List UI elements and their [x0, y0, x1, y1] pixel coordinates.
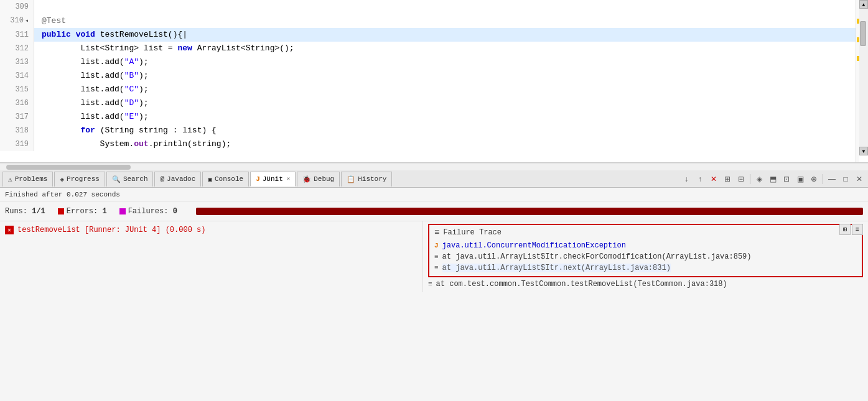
error-icon [58, 208, 64, 214]
code-line-310: 310◂ @Test [0, 14, 868, 28]
console-icon: ▣ [208, 175, 212, 183]
code-line-314: 314 list.add("B"); [0, 69, 868, 83]
line-number-315: 315 [0, 83, 34, 96]
scroll-up-btn[interactable]: ▲ [859, 0, 868, 9]
scroll-down-btn[interactable]: ▼ [859, 147, 868, 155]
minimize-btn[interactable]: — [826, 173, 838, 185]
junit-close-icon[interactable]: ✕ [287, 175, 290, 182]
errors-stat: Errors: 1 [58, 207, 119, 216]
out-keyword: out [134, 139, 148, 149]
history-icon: 📋 [347, 175, 355, 183]
code-line-319: 319 System.out.println(string); [0, 137, 868, 151]
close-panel-btn[interactable]: ✕ [853, 173, 866, 185]
horizontal-scroll-thumb[interactable] [6, 165, 131, 170]
line-content-318: for (String string : list) { [34, 124, 217, 137]
trace-lines: J java.util.ConcurrentModificationExcept… [434, 240, 857, 274]
line-content-314: list.add("B"); [34, 69, 149, 83]
gutter-bar-1 [857, 19, 859, 24]
line-number-314: 314 [0, 69, 34, 83]
right-gutter-indicator [856, 0, 859, 163]
line-number-310: 310◂ [0, 14, 34, 28]
trace-line-1[interactable]: ≡ at java.util.ArrayList$Itr.checkForCom… [434, 251, 857, 262]
tab-junit-label: JUnit [263, 175, 283, 183]
failures-stat: Failures: 0 [119, 207, 190, 216]
link-btn[interactable]: ⬒ [767, 173, 779, 185]
scroll-prev-btn[interactable]: ↑ [694, 173, 706, 185]
trace-line-outside[interactable]: ≡ at com.test.common.TestCommon.testRemo… [423, 279, 868, 290]
code-horizontal-scrollbar[interactable] [0, 163, 868, 170]
sync-btn[interactable]: ◈ [753, 173, 765, 185]
layout-grid-btn[interactable]: ⊞ [721, 173, 734, 185]
results-content: ✕ testRemoveList [Runner: JUnit 4] (0.00… [0, 221, 868, 292]
trace-icon-outside: ≡ [428, 280, 432, 288]
trace-text-2: at java.util.ArrayList$Itr.next(ArrayLis… [442, 264, 671, 272]
javadoc-icon: @ [160, 175, 164, 183]
string-d: "D" [124, 98, 139, 108]
scroll-next-btn[interactable]: ↓ [680, 173, 693, 185]
failure-trace-box: ≡ Failure Trace J java.util.ConcurrentMo… [428, 224, 863, 277]
tab-search[interactable]: 🔍 Search [106, 172, 154, 187]
line-number-312: 312 [0, 42, 34, 55]
open-btn[interactable]: ▣ [794, 173, 806, 185]
code-editor: 309 310◂ @Test 311 public void testRemov… [0, 0, 868, 163]
scroll-thumb[interactable] [860, 21, 866, 46]
code-line-316: 316 list.add("D"); [0, 96, 868, 110]
refresh-btn[interactable]: ⊕ [808, 173, 820, 185]
tab-search-label: Search [123, 175, 148, 183]
string-a: "A" [124, 57, 139, 67]
tab-progress[interactable]: ◈ Progress [54, 172, 105, 187]
test-item-label: testRemoveList [Runner: JUnit 4] (0.000 … [17, 226, 205, 234]
exception-icon: J [434, 242, 439, 249]
test-progress-bar [196, 208, 863, 215]
breakpoint-arrow-icon: ◂ [25, 17, 29, 24]
runs-stat: Runs: 1/1 [5, 207, 58, 216]
runs-value: 1/1 [32, 207, 45, 216]
status-message: Finished after 0.027 seconds [5, 191, 120, 198]
view-btn[interactable]: ⊡ [780, 173, 793, 185]
runs-label: Runs: [5, 207, 27, 216]
code-line-309: 309 [0, 0, 868, 14]
trace-icon-2: ≡ [434, 264, 439, 272]
tab-debug[interactable]: 🐞 Debug [297, 172, 340, 187]
test-fail-icon: ✕ [5, 226, 14, 234]
line-number-319: 319 [0, 137, 34, 151]
status-bar: Finished after 0.027 seconds [0, 188, 868, 201]
code-right-scrollbar[interactable]: ▲ ▼ [859, 0, 868, 155]
tab-problems-label: Problems [15, 175, 48, 183]
trace-line-exception[interactable]: J java.util.ConcurrentModificationExcept… [434, 240, 857, 251]
pin-btn[interactable]: ✕ [707, 173, 720, 185]
line-content-315: list.add("C"); [34, 83, 149, 96]
trace-line-2[interactable]: ≡ at java.util.ArrayList$Itr.next(ArrayL… [434, 262, 857, 274]
tab-junit[interactable]: J JUnit ✕ [250, 172, 296, 187]
tab-javadoc[interactable]: @ Javadoc [154, 172, 201, 187]
code-line-317: 317 list.add("E"); [0, 110, 868, 124]
corner-buttons: ⊞ ≡ [839, 224, 863, 235]
failure-trace-title: Failure Trace [443, 228, 502, 237]
tab-history-label: History [358, 175, 386, 183]
corner-btn-2[interactable]: ≡ [852, 224, 863, 235]
line-content-317: list.add("E"); [34, 110, 149, 124]
string-c: "C" [124, 85, 139, 94]
maximize-btn[interactable]: □ [839, 173, 852, 185]
kw-new: new [177, 44, 192, 53]
failure-trace-panel: ⊞ ≡ ≡ Failure Trace J java.util.Concurre… [423, 221, 868, 292]
scroll-track[interactable] [859, 9, 868, 147]
tabs-bar: ⚠ Problems ◈ Progress 🔍 Search @ Javadoc… [0, 170, 868, 188]
tab-debug-label: Debug [314, 175, 334, 183]
tab-problems[interactable]: ⚠ Problems [2, 172, 53, 187]
failure-icon [119, 208, 126, 214]
test-item[interactable]: ✕ testRemoveList [Runner: JUnit 4] (0.00… [0, 224, 422, 236]
results-stats: Runs: 1/1 Errors: 1 Failures: 0 [0, 201, 868, 221]
code-line-315: 315 list.add("C"); [0, 83, 868, 96]
line-content-319: System.out.println(string); [34, 137, 231, 151]
failures-label: Failures: [128, 207, 169, 216]
line-content-311: public void testRemoveList(){| [34, 28, 187, 42]
layout-list-btn[interactable]: ⊟ [735, 173, 747, 185]
code-line-318: 318 for (String string : list) { [0, 124, 868, 137]
line-content-316: list.add("D"); [34, 96, 149, 110]
corner-btn-1[interactable]: ⊞ [839, 224, 851, 235]
tab-console[interactable]: ▣ Console [202, 172, 249, 187]
gutter-bar-3 [857, 56, 859, 61]
line-number-318: 318 [0, 124, 34, 137]
tab-history[interactable]: 📋 History [341, 172, 392, 187]
